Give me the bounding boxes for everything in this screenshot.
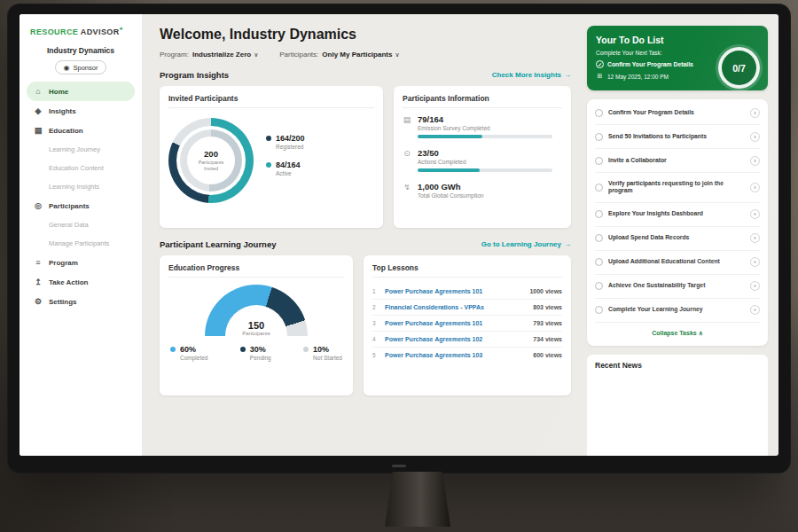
task-checkbox[interactable]: [595, 258, 603, 266]
participants-information-card: Participants Information ▤ 79/164 Emissi…: [394, 86, 571, 228]
sidebar-item-label: Program: [49, 259, 78, 267]
sidebar-nav: ⌂ Home ◈ Insights ▤ Education Learning J…: [27, 82, 135, 311]
legend-dot-not-started: [303, 347, 309, 352]
todo-next-task-label: Confirm Your Program Details: [607, 61, 693, 67]
todo-next-task[interactable]: ✓ Confirm Your Program Details: [596, 60, 718, 68]
lesson-row: 5 Power Purchase Agreements 103 600 view…: [372, 348, 562, 363]
sidebar-item-home[interactable]: ⌂ Home: [27, 82, 135, 101]
chevron-right-icon[interactable]: ›: [750, 108, 760, 118]
info-value: 79/164: [418, 114, 562, 124]
todo-task[interactable]: Confirm Your Program Details ›: [595, 101, 760, 125]
card-title: Participants Information: [403, 94, 562, 108]
todo-task[interactable]: Explore Your Insights Dashboard ›: [595, 203, 760, 227]
lesson-link[interactable]: Power Purchase Agreements 101: [385, 288, 524, 294]
brand-part2: ADVISOR: [81, 27, 120, 36]
task-checkbox[interactable]: [595, 282, 603, 290]
task-label: Invite a Collaborator: [608, 157, 745, 165]
program-filter-value: Industrialize Zero: [192, 51, 251, 59]
task-checkbox[interactable]: [595, 210, 603, 218]
todo-task[interactable]: Upload Spend Data Records ›: [595, 227, 760, 251]
sidebar-item-settings[interactable]: ⚙ Settings: [27, 292, 135, 311]
lesson-link[interactable]: Power Purchase Agreements 102: [385, 336, 528, 342]
monitor: RESOURCE ADVISOR+ Industry Dynamics ◉ Sp…: [7, 4, 791, 473]
lesson-rank: 4: [372, 336, 379, 342]
progress-fill: [418, 135, 482, 138]
lesson-views: 1000 views: [529, 288, 562, 294]
chevron-right-icon[interactable]: ›: [750, 183, 760, 192]
lesson-link[interactable]: Power Purchase Agreements 103: [385, 352, 528, 358]
chevron-right-icon[interactable]: ›: [750, 132, 760, 142]
sidebar-item-label: Take Action: [49, 278, 88, 286]
sidebar-item-education-content[interactable]: Education Content: [27, 159, 135, 177]
sidebar-item-learning-insights[interactable]: Learning Insights: [27, 177, 135, 196]
task-checkbox[interactable]: [595, 133, 603, 141]
actions-icon: ⊙: [403, 149, 411, 172]
sidebar-item-participants[interactable]: ◎ Participants: [27, 196, 135, 215]
chevron-right-icon[interactable]: ›: [750, 156, 760, 166]
lesson-link[interactable]: Financial Considerations - VPPAs: [385, 304, 528, 310]
program-insights-header: Program Insights Check More Insights →: [160, 70, 571, 80]
participants-filter[interactable]: Participants: Only My Participants ∨: [279, 51, 399, 59]
invited-legend: 164/200 Registered 84/164 Active: [266, 134, 305, 187]
sidebar-item-general-data[interactable]: General Data: [27, 215, 135, 234]
todo-task[interactable]: Send 50 Invitations to Participants ›: [595, 125, 760, 149]
education-icon: ▤: [34, 126, 43, 135]
todo-task[interactable]: Achieve One Sustainability Target ›: [595, 275, 760, 299]
todo-task[interactable]: Verify participants requesting to join t…: [595, 173, 760, 203]
lesson-views: 600 views: [533, 352, 562, 358]
check-more-insights-link[interactable]: Check More Insights →: [492, 71, 571, 79]
task-checkbox[interactable]: [595, 157, 603, 165]
sidebar-item-insights[interactable]: ◈ Insights: [27, 101, 135, 121]
learning-journey-header: Participant Learning Journey Go to Learn…: [160, 239, 571, 249]
legend-label: Pending: [250, 355, 271, 361]
task-checkbox[interactable]: [595, 109, 603, 117]
link-label: Go to Learning Journey: [481, 240, 561, 248]
participants-filter-label: Participants:: [279, 51, 318, 59]
chevron-right-icon[interactable]: ›: [750, 281, 760, 291]
todo-task[interactable]: Complete Your Learning Journey ›: [595, 299, 760, 323]
sidebar-item-label: Home: [49, 88, 68, 96]
chevron-right-icon[interactable]: ›: [750, 257, 760, 267]
task-checkbox[interactable]: [595, 184, 603, 192]
participants-filter-value: Only My Participants: [322, 51, 392, 59]
sidebar-item-learning-journey[interactable]: Learning Journey: [27, 140, 135, 159]
chevron-right-icon[interactable]: ›: [750, 209, 760, 219]
info-row: ▤ 79/164 Emission Survey Completed: [403, 114, 562, 138]
lesson-link[interactable]: Power Purchase Agreements 101: [385, 320, 528, 326]
info-label: Actions Completed: [418, 159, 562, 165]
sponsor-badge: ◉ Sponsor: [55, 60, 107, 74]
todo-task[interactable]: Upload Additional Educational Content ›: [595, 251, 760, 275]
collapse-tasks-link[interactable]: Collapse Tasks ∧: [595, 323, 760, 344]
sidebar-item-label: Education Content: [49, 164, 104, 172]
gauge-center-label: Participants: [205, 331, 308, 336]
brand-part1: RESOURCE: [30, 27, 78, 36]
program-icon: ≡: [34, 258, 43, 267]
todo-task[interactable]: Invite a Collaborator ›: [595, 149, 760, 173]
sidebar-item-program[interactable]: ≡ Program: [27, 253, 135, 272]
invited-donut-inner: 200 Participants Invited: [180, 129, 242, 192]
task-label: Achieve One Sustainability Target: [608, 282, 745, 290]
sidebar-item-manage-participants[interactable]: Manage Participants: [27, 234, 135, 253]
info-value: 23/50: [418, 148, 562, 158]
donut-center-value: 200: [204, 149, 218, 159]
chevron-right-icon[interactable]: ›: [750, 305, 760, 315]
sidebar: RESOURCE ADVISOR+ Industry Dynamics ◉ Sp…: [20, 14, 142, 456]
legend-value: 60%: [180, 345, 207, 354]
legend-dot-registered: [266, 136, 271, 141]
sidebar-item-education[interactable]: ▤ Education: [27, 121, 135, 140]
legend-value: 84/164: [276, 160, 301, 169]
task-checkbox[interactable]: [595, 234, 603, 242]
task-checkbox[interactable]: [595, 306, 603, 314]
settings-icon: ⚙: [34, 297, 43, 306]
gauge-center-value: 150: [205, 320, 308, 331]
go-to-learning-journey-link[interactable]: Go to Learning Journey →: [481, 240, 571, 248]
program-filter[interactable]: Program: Industrialize Zero ∨: [160, 51, 258, 59]
sidebar-item-label: Manage Participants: [49, 239, 109, 247]
chevron-right-icon[interactable]: ›: [750, 233, 760, 243]
sidebar-item-take-action[interactable]: ↥ Take Action: [27, 272, 135, 292]
sponsor-icon: ◉: [64, 64, 70, 72]
link-label: Check More Insights: [492, 71, 561, 79]
legend-item: 84/164 Active: [266, 160, 305, 176]
program-filter-label: Program:: [160, 51, 189, 59]
chevron-down-icon: ∨: [254, 51, 258, 59]
